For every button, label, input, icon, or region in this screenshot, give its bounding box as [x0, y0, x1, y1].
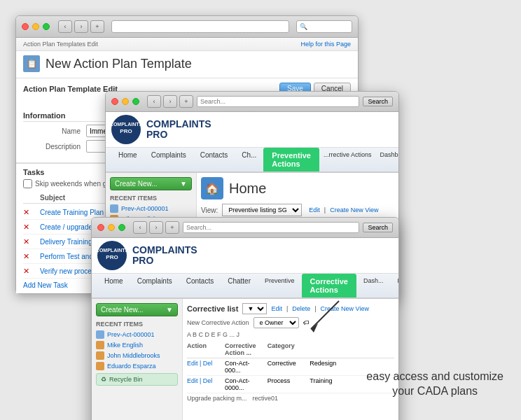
- nav-r-3[interactable]: R...: [390, 274, 399, 298]
- traffic-lights: [22, 23, 50, 30]
- annotation-area: easy access and customize your CADA plan…: [366, 370, 503, 399]
- browser-titlebar: ‹ › + 🔍: [16, 16, 358, 38]
- recycle-bin[interactable]: ♻ Recycle Bin: [96, 373, 178, 386]
- sfdc-search-btn-3[interactable]: Search: [363, 223, 393, 232]
- add-task-link[interactable]: Add New Task: [23, 281, 68, 289]
- recent-item-3a[interactable]: Prev-Act-000001: [96, 330, 178, 339]
- nav-corrective-2[interactable]: ...rrective Actions: [319, 148, 376, 172]
- back-button[interactable]: ‹: [58, 20, 72, 33]
- recent-item-3c[interactable]: John Middlebrooks: [96, 351, 178, 360]
- svg-text:COMPLAINTS: COMPLAINTS: [97, 248, 127, 253]
- app-name-2: COMPLAINTS PRO: [146, 119, 211, 141]
- address-bar[interactable]: [111, 20, 289, 33]
- recent-item-3d[interactable]: Eduardo Esparza: [96, 362, 178, 370]
- ca-detail-1: Redesign: [310, 360, 349, 374]
- annotation-line1: easy access and customize: [366, 370, 503, 384]
- nav-preventive-3[interactable]: Preventive: [258, 274, 302, 298]
- minimize-button[interactable]: [32, 23, 39, 30]
- nav-buttons-3: ‹ › +: [133, 221, 179, 234]
- reload-2[interactable]: +: [179, 95, 193, 108]
- rective01: rective01: [253, 395, 279, 402]
- delete-task-5[interactable]: ✕: [23, 267, 37, 276]
- maximize-2[interactable]: [132, 98, 139, 105]
- new-ca-label: New Corrective Action: [187, 319, 249, 326]
- nav-contacts-2[interactable]: Contacts: [193, 148, 235, 172]
- ca-name-2: Con-Act-0000...: [225, 377, 265, 391]
- ca-action-2[interactable]: Edit | Del: [187, 377, 222, 391]
- nav-complaints-2[interactable]: Complaints: [144, 148, 193, 172]
- delete-task-3[interactable]: ✕: [23, 237, 37, 246]
- nav-home-2[interactable]: Home: [111, 148, 144, 172]
- nav-contacts-3[interactable]: Contacts: [179, 274, 221, 298]
- ca-table-header: Action Corrective Action ... Category: [187, 341, 394, 358]
- back-3[interactable]: ‹: [133, 221, 147, 234]
- edit-list-link[interactable]: Edit: [271, 305, 282, 312]
- nav-ch-2[interactable]: Ch...: [235, 148, 263, 172]
- create-new-btn-3[interactable]: Create New... ▼: [96, 303, 178, 316]
- page-title: New Action Plan Template: [46, 57, 192, 71]
- app-logo-area-2: COMPLAINTS PRO COMPLAINTS PRO: [106, 112, 398, 148]
- nav-chatter-3[interactable]: Chatter: [221, 274, 258, 298]
- sfdc-search-3[interactable]: [183, 222, 359, 233]
- nav-dashboards-2[interactable]: Dashboards: [376, 148, 400, 172]
- form-section-title: Action Plan Template Edit: [23, 85, 118, 93]
- close-3[interactable]: [97, 224, 104, 231]
- sfdc-titlebar-2: ‹ › + Search: [106, 92, 398, 112]
- recent-text-3a: Prev-Act-000001: [107, 331, 155, 338]
- table-row: Edit | Del Con-Act-000... Corrective Red…: [187, 358, 394, 376]
- delete-task-1[interactable]: ✕: [23, 208, 37, 217]
- help-link[interactable]: Help for this Page: [300, 41, 351, 48]
- nav-home-3[interactable]: Home: [97, 274, 130, 298]
- nav-dash-3[interactable]: Dash...: [356, 274, 391, 298]
- app-name-3: COMPLAINTS PRO: [132, 245, 197, 267]
- reload-button[interactable]: +: [90, 20, 104, 33]
- corrective-list-header: Corrective list ▼ Edit | Delete | Create…: [187, 303, 394, 314]
- recent-item-3b[interactable]: Mike English: [96, 341, 178, 349]
- col-name-header: Corrective Action ...: [225, 342, 265, 356]
- nav-complaints-3[interactable]: Complaints: [130, 274, 179, 298]
- recent-text-3b: Mike English: [107, 342, 143, 349]
- nav-preventive-active[interactable]: Preventive Actions: [263, 148, 319, 172]
- back-2[interactable]: ‹: [147, 95, 161, 108]
- delete-task-4[interactable]: ✕: [23, 252, 37, 261]
- ca-action-1[interactable]: Edit | Del: [187, 360, 222, 374]
- sfdc-titlebar-3: ‹ › + Search: [92, 218, 398, 238]
- owner-select[interactable]: e Owner: [253, 317, 299, 328]
- view-label: View:: [201, 206, 218, 214]
- col-category-header: Category: [268, 342, 307, 356]
- close-button[interactable]: [22, 23, 29, 30]
- nav-buttons: ‹ › +: [58, 20, 104, 33]
- sfdc-search-btn-2[interactable]: Search: [363, 97, 393, 106]
- sfdc-search-2[interactable]: [197, 96, 359, 107]
- ca-name-1: Con-Act-000...: [225, 360, 265, 374]
- upgrade-packing: Upgrade packing m...: [187, 395, 247, 402]
- list-select[interactable]: ▼: [242, 303, 267, 314]
- create-new-view-link[interactable]: Create New View: [330, 206, 378, 214]
- ca-detail-2: Training: [310, 377, 349, 391]
- svg-text:PRO: PRO: [120, 128, 132, 134]
- create-new-btn-2[interactable]: Create New... ▼: [110, 177, 192, 190]
- maximize-3[interactable]: [118, 224, 125, 231]
- forward-button[interactable]: ›: [74, 20, 88, 33]
- recent-item-1[interactable]: Prev-Act-000001: [110, 204, 192, 213]
- annotation-arrow: [297, 294, 353, 336]
- dropdown-icon-3: ▼: [166, 306, 173, 314]
- traffic-lights-3: [97, 224, 125, 231]
- breadcrumb: Action Plan Templates Edit: [23, 41, 98, 48]
- home-icon: 🏠: [201, 177, 223, 200]
- app-logo-3: COMPLAINTS PRO: [97, 241, 127, 270]
- edit-view-link[interactable]: Edit: [309, 206, 320, 214]
- maximize-button[interactable]: [43, 23, 50, 30]
- reload-3[interactable]: +: [165, 221, 179, 234]
- recycle-icon: ♻: [101, 376, 106, 383]
- forward-3[interactable]: ›: [149, 221, 163, 234]
- skip-weekends-checkbox[interactable]: [23, 179, 32, 188]
- close-2[interactable]: [111, 98, 118, 105]
- view-select[interactable]: Preventive listing SG: [222, 204, 302, 216]
- minimize-2[interactable]: [122, 98, 129, 105]
- forward-2[interactable]: ›: [163, 95, 177, 108]
- minimize-3[interactable]: [108, 224, 115, 231]
- delete-task-2[interactable]: ✕: [23, 223, 37, 232]
- description-label: Description: [23, 143, 86, 150]
- sfdc-nav-2: Home Complaints Contacts Ch... Preventiv…: [106, 148, 398, 173]
